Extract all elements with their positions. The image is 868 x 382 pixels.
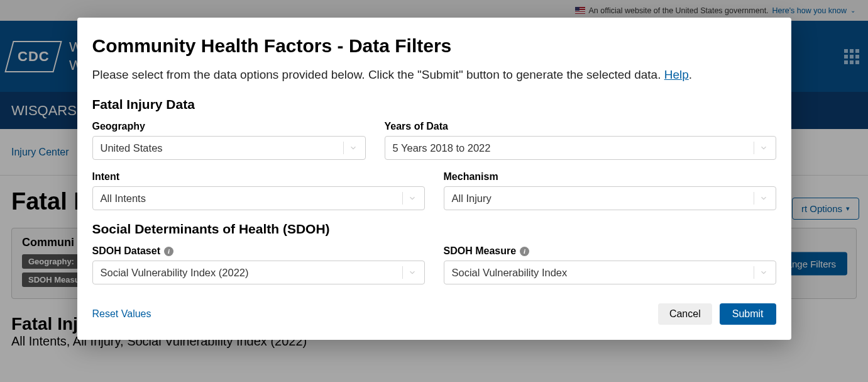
- help-link[interactable]: Help: [664, 68, 689, 81]
- section-sdoh: Social Determinants of Health (SDOH): [92, 222, 776, 237]
- years-label: Years of Data: [385, 121, 776, 132]
- intent-label: Intent: [92, 171, 425, 183]
- cancel-button[interactable]: Cancel: [658, 303, 712, 325]
- modal-description: Please select from the data options prov…: [92, 68, 776, 82]
- sdoh-measure-select[interactable]: Social Vulnerability Index: [444, 261, 776, 284]
- geography-label: Geography: [92, 121, 366, 132]
- chevron-down-icon: [759, 194, 768, 203]
- sdoh-measure-label: SDOH Measure i: [444, 245, 776, 257]
- info-icon[interactable]: i: [164, 247, 173, 256]
- sdoh-dataset-label: SDOH Dataset i: [92, 245, 425, 257]
- info-icon[interactable]: i: [520, 247, 529, 256]
- data-filters-modal: Community Health Factors - Data Filters …: [77, 18, 791, 340]
- chevron-down-icon: [349, 143, 358, 152]
- modal-footer: Reset Values Cancel Submit: [77, 295, 791, 340]
- submit-button[interactable]: Submit: [720, 303, 776, 325]
- modal-title: Community Health Factors - Data Filters: [92, 35, 776, 57]
- sdoh-dataset-select[interactable]: Social Vulnerability Index (2022): [92, 261, 425, 284]
- intent-select[interactable]: All Intents: [92, 186, 425, 210]
- section-fatal-injury: Fatal Injury Data: [92, 97, 776, 112]
- reset-values-link[interactable]: Reset Values: [92, 308, 151, 320]
- years-select[interactable]: 5 Years 2018 to 2022: [385, 136, 776, 160]
- mechanism-label: Mechanism: [444, 171, 776, 183]
- chevron-down-icon: [408, 194, 417, 203]
- chevron-down-icon: [759, 143, 768, 152]
- chevron-down-icon: [408, 268, 417, 277]
- geography-select[interactable]: United States: [92, 136, 366, 160]
- chevron-down-icon: [759, 268, 768, 277]
- mechanism-select[interactable]: All Injury: [444, 186, 776, 210]
